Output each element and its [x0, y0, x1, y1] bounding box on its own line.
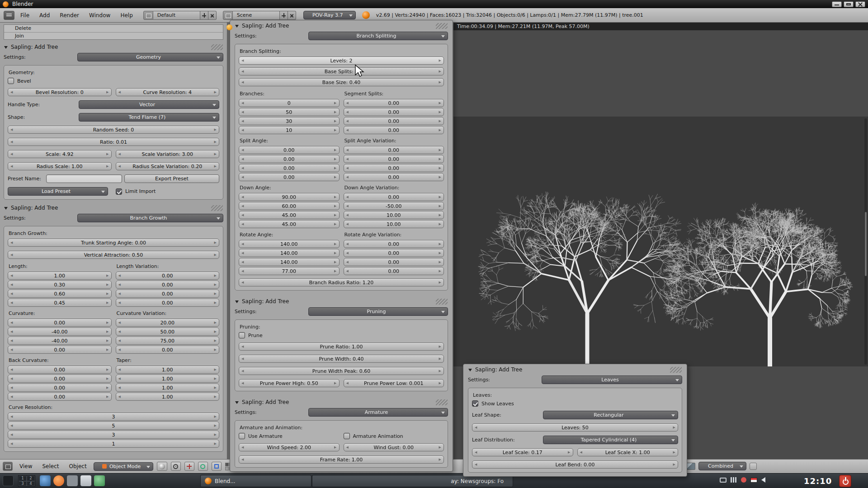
limit-import-checkbox[interactable]: Limit Import [116, 188, 156, 195]
segment-splits-field-3[interactable]: 0.00 [344, 117, 444, 125]
display-tray-icon[interactable] [720, 478, 726, 483]
manipulator-scale-icon[interactable] [212, 462, 222, 471]
network-tray-icon[interactable] [731, 477, 737, 483]
taper-field-1[interactable]: 1.00 [116, 366, 220, 374]
leaf-scale-x-field[interactable]: Leaf Scale X: 1.00 [577, 448, 679, 456]
segment-splits-field-4[interactable]: 0.00 [344, 126, 444, 134]
prune-width-field[interactable]: Prune Width: 0.40 [239, 355, 444, 363]
curve-resolution-field[interactable]: Curve Resolution: 4 [116, 88, 220, 96]
manipulator-rotate-icon[interactable] [198, 462, 208, 471]
panel-header-pruning[interactable]: Sapling: Add Tree [234, 297, 449, 306]
back-curvature-field-4[interactable]: 0.00 [8, 393, 112, 401]
menu-object[interactable]: Object [66, 463, 90, 469]
prune-power-low-field[interactable]: Prune Power Low: 0.001 [344, 379, 444, 387]
pivot-center-icon[interactable] [171, 462, 181, 471]
back-curvature-field-3[interactable]: 0.00 [8, 384, 112, 392]
maximize-icon[interactable] [844, 1, 854, 7]
down-angle-field-1[interactable]: 90.00 [239, 193, 340, 201]
delete-layout-icon[interactable] [208, 11, 217, 20]
armature-animation-checkbox[interactable]: Armature Animation [344, 433, 444, 439]
taskbar-window-blender[interactable]: Blend... [200, 475, 311, 487]
curvature-variation-field-1[interactable]: 20.00 [116, 319, 220, 327]
leaf-distribution-dropdown[interactable]: Tapered Cylindrical (4) [543, 436, 678, 444]
rotate-angle-variation-field-4[interactable]: 0.00 [344, 267, 444, 275]
length-field-2[interactable]: 0.30 [8, 281, 112, 289]
length-field-3[interactable]: 0.60 [8, 290, 112, 298]
preset-name-input[interactable] [46, 174, 122, 183]
ratio-field[interactable]: Ratio: 0.01 [8, 138, 219, 146]
branches-field-3[interactable]: 30 [239, 117, 340, 125]
curvature-field-4[interactable]: 0.00 [8, 346, 112, 354]
branches-field-2[interactable]: 50 [239, 108, 340, 116]
taskbar-app-icon-1[interactable] [40, 475, 51, 486]
render-engine-dropdown[interactable]: POV-Ray 3.7 [303, 11, 356, 19]
split-angle-field-2[interactable]: 0.00 [239, 155, 340, 163]
split-angle-field-3[interactable]: 0.00 [239, 164, 340, 172]
load-preset-dropdown[interactable]: Load Preset [8, 187, 108, 196]
taper-field-3[interactable]: 1.00 [116, 384, 220, 392]
curvature-field-3[interactable]: -40.00 [8, 337, 112, 345]
panel-grip-icon[interactable] [211, 44, 223, 50]
length-field-4[interactable]: 0.45 [8, 299, 112, 307]
random-seed-field[interactable]: Random Seed: 0 [8, 126, 219, 134]
scene-icon[interactable] [223, 11, 233, 20]
close-icon[interactable] [855, 1, 865, 7]
back-curvature-field-2[interactable]: 0.00 [8, 375, 112, 383]
trunk-starting-angle-field[interactable]: Trunk Starting Angle: 0.00 [8, 239, 219, 247]
taskbar-terminal-icon[interactable] [3, 475, 14, 486]
menu-view[interactable]: View [16, 463, 35, 469]
taskbar-clock[interactable]: 12:10 [804, 476, 832, 486]
settings-dropdown-leaves[interactable]: Leaves [542, 375, 682, 384]
menu-select[interactable]: Select [39, 463, 62, 469]
add-scene-icon[interactable] [280, 11, 288, 20]
down-angle-variation-field-4[interactable]: 10.00 [344, 220, 444, 228]
split-angle-variation-field-3[interactable]: 0.00 [344, 164, 444, 172]
taper-field-4[interactable]: 1.00 [116, 393, 220, 401]
delete-scene-icon[interactable] [288, 11, 296, 20]
screen-layout-value[interactable]: Default [153, 11, 200, 20]
use-armature-checkbox[interactable]: Use Armature [239, 433, 340, 439]
viewport-shading-icon[interactable] [157, 462, 167, 471]
segment-splits-field-1[interactable]: 0.00 [344, 99, 444, 107]
taskbar-app-icon-3[interactable] [80, 475, 91, 486]
taskbar-app-icon-2[interactable] [67, 475, 78, 486]
prune-power-high-field[interactable]: Prune Power High: 0.50 [239, 379, 340, 387]
settings-dropdown-geometry[interactable]: Geometry [77, 53, 223, 61]
display-toggle-icon[interactable] [750, 463, 757, 470]
curvature-field-1[interactable]: 0.00 [8, 319, 112, 327]
down-angle-variation-field-2[interactable]: -50.00 [344, 202, 444, 210]
base-splits-field[interactable]: Base Splits: 0 [239, 67, 444, 75]
bevel-checkbox[interactable]: Bevel [8, 78, 219, 84]
curve-resolution-field-1[interactable]: 3 [8, 413, 219, 421]
radius-scale-field[interactable]: Radius Scale: 1.00 [8, 162, 112, 170]
bevel-resolution-field[interactable]: Bevel Resolution: 0 [8, 88, 112, 96]
prune-checkbox[interactable]: Prune [239, 332, 444, 338]
panel-grip-icon[interactable] [436, 299, 448, 305]
taskbar-window-newsgroups[interactable]: ay: Newsgroups: Fo [312, 475, 513, 487]
window-titlebar[interactable]: Blender [0, 0, 868, 8]
branches-field-1[interactable]: 0 [239, 99, 340, 107]
menu-render[interactable]: Render [56, 12, 83, 19]
panel-grip-icon[interactable] [436, 399, 448, 405]
rotate-angle-variation-field-1[interactable]: 0.00 [344, 240, 444, 248]
leaf-scale-field[interactable]: Leaf Scale: 0.17 [472, 448, 573, 456]
curve-resolution-field-3[interactable]: 3 [8, 431, 219, 439]
settings-dropdown-branch-growth[interactable]: Branch Growth [77, 214, 223, 222]
scale-variation-field[interactable]: Scale Variation: 3.00 [116, 150, 220, 158]
leaves-panel[interactable]: Sapling: Add Tree Settings: Leaves Leave… [463, 364, 687, 477]
split-angle-field-4[interactable]: 0.00 [239, 173, 340, 181]
panel-grip-icon[interactable] [436, 23, 448, 29]
add-layout-icon[interactable] [200, 11, 208, 20]
taskbar-app-icon-4[interactable] [94, 475, 105, 486]
pin-icon[interactable] [226, 24, 232, 30]
base-size-field[interactable]: Base Size: 0.40 [239, 78, 444, 86]
taper-field-2[interactable]: 1.00 [116, 375, 220, 383]
down-angle-variation-field-3[interactable]: 10.00 [344, 211, 444, 219]
wind-gust-field[interactable]: Wind Gust: 0.00 [344, 443, 444, 451]
vertical-attraction-field[interactable]: Vertical Attraction: 0.50 [8, 251, 219, 259]
down-angle-field-3[interactable]: 45.00 [239, 211, 340, 219]
curve-resolution-field-2[interactable]: 5 [8, 422, 219, 430]
settings-dropdown-pruning[interactable]: Pruning [308, 307, 448, 316]
rotate-angle-field-4[interactable]: 77.00 [239, 267, 340, 275]
leaves-count-field[interactable]: Leaves: 50 [472, 423, 678, 432]
